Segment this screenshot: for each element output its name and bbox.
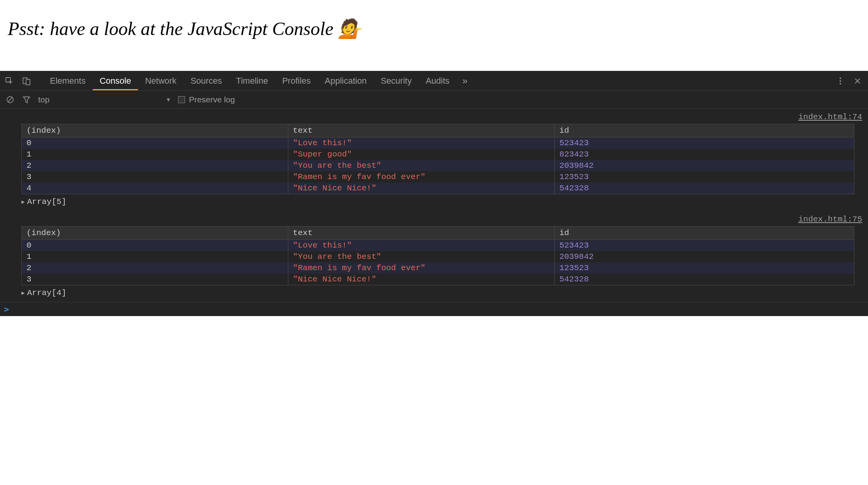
table-row[interactable]: 0 "Love this!" 523423 (22, 240, 854, 251)
console-input-row[interactable]: > (0, 302, 868, 316)
th-text[interactable]: text (288, 124, 554, 137)
tabbar-left-icons (5, 76, 43, 86)
device-toggle-icon[interactable] (22, 76, 31, 86)
th-index[interactable]: (index) (22, 227, 288, 240)
cell-index: 0 (22, 137, 288, 149)
tab-console[interactable]: Console (93, 71, 138, 90)
prompt-chevron-icon: > (4, 304, 9, 314)
console-table: (index) text id 0 "Love this!" 523423 1 … (21, 124, 854, 194)
cell-id: 2039842 (554, 251, 854, 262)
source-link[interactable]: index.html:75 (0, 215, 868, 226)
chevron-down-icon[interactable]: ▼ (166, 97, 171, 103)
th-id[interactable]: id (554, 227, 854, 240)
filter-icon[interactable] (22, 95, 31, 104)
console-log-entry: index.html:75 (index) text id 0 "Love th… (0, 211, 868, 302)
th-id[interactable]: id (554, 124, 854, 137)
cell-index: 2 (22, 262, 288, 274)
table-row[interactable]: 3 "Ramen is my fav food ever" 123523 (22, 171, 854, 183)
console-body: index.html:74 (index) text id 0 "Love th… (0, 109, 868, 316)
cell-id: 523423 (554, 137, 854, 149)
cell-text: "Ramen is my fav food ever" (288, 262, 554, 274)
devtools-tabbar: Elements Console Network Sources Timelin… (0, 71, 868, 91)
tab-application[interactable]: Application (318, 71, 374, 90)
page-heading: Psst: have a look at the JavaScript Cons… (0, 0, 868, 71)
tab-network[interactable]: Network (138, 71, 183, 90)
array-summary[interactable]: ▶ Array[5] (0, 194, 868, 211)
tab-audits[interactable]: Audits (419, 71, 457, 90)
table-row[interactable]: 4 "Nice Nice Nice!" 542328 (22, 183, 854, 194)
cell-id: 2039842 (554, 160, 854, 171)
cell-text: "Nice Nice Nice!" (288, 183, 554, 194)
cell-index: 2 (22, 160, 288, 171)
cell-index: 1 (22, 251, 288, 262)
svg-rect-2 (26, 79, 30, 85)
cell-id: 523423 (554, 240, 854, 251)
tab-profiles[interactable]: Profiles (275, 71, 318, 90)
tab-list: Elements Console Network Sources Timelin… (43, 71, 473, 90)
tab-elements[interactable]: Elements (43, 71, 93, 90)
cell-index: 3 (22, 171, 288, 183)
cell-index: 1 (22, 149, 288, 160)
cell-index: 0 (22, 240, 288, 251)
cell-text: "You are the best" (288, 160, 554, 171)
console-toolbar: top ▼ Preserve log (0, 91, 868, 109)
tab-sources[interactable]: Sources (183, 71, 229, 90)
cell-text: "Super good" (288, 149, 554, 160)
cell-text: "Nice Nice Nice!" (288, 274, 554, 285)
array-summary[interactable]: ▶ Array[4] (0, 285, 868, 302)
console-table: (index) text id 0 "Love this!" 523423 1 … (21, 226, 854, 285)
table-row[interactable]: 2 "You are the best" 2039842 (22, 160, 854, 171)
table-row[interactable]: 1 "You are the best" 2039842 (22, 251, 854, 262)
cell-text: "Love this!" (288, 240, 554, 251)
cell-id: 542328 (554, 183, 854, 194)
close-icon[interactable] (853, 76, 862, 86)
cell-index: 3 (22, 274, 288, 285)
inspect-element-icon[interactable] (5, 76, 14, 86)
source-link[interactable]: index.html:74 (0, 112, 868, 124)
array-summary-label: Array[5] (27, 197, 66, 206)
cell-index: 4 (22, 183, 288, 194)
cell-id: 823423 (554, 149, 854, 160)
table-row[interactable]: 3 "Nice Nice Nice!" 542328 (22, 274, 854, 285)
devtools-panel: Elements Console Network Sources Timelin… (0, 71, 868, 316)
expand-triangle-icon[interactable]: ▶ (21, 290, 25, 296)
execution-context-selector[interactable]: top (38, 95, 159, 104)
cell-id: 123523 (554, 171, 854, 183)
svg-line-9 (8, 97, 12, 102)
th-index[interactable]: (index) (22, 124, 288, 137)
tab-overflow-button[interactable]: » (457, 71, 473, 90)
tab-timeline[interactable]: Timeline (229, 71, 275, 90)
tabbar-right-icons (836, 76, 868, 86)
table-row[interactable]: 0 "Love this!" 523423 (22, 137, 854, 149)
cell-text: "You are the best" (288, 251, 554, 262)
svg-point-4 (840, 80, 841, 82)
th-text[interactable]: text (288, 227, 554, 240)
cell-id: 123523 (554, 262, 854, 274)
kebab-menu-icon[interactable] (836, 76, 845, 86)
table-row[interactable]: 1 "Super good" 823423 (22, 149, 854, 160)
array-summary-label: Array[4] (27, 288, 66, 297)
context-label: top (38, 95, 49, 104)
preserve-log-toggle[interactable]: Preserve log (178, 95, 235, 104)
cell-text: "Love this!" (288, 137, 554, 149)
console-log-entry: index.html:74 (index) text id 0 "Love th… (0, 109, 868, 211)
expand-triangle-icon[interactable]: ▶ (21, 199, 25, 205)
tab-security[interactable]: Security (374, 71, 418, 90)
table-row[interactable]: 2 "Ramen is my fav food ever" 123523 (22, 262, 854, 274)
svg-point-3 (840, 77, 841, 79)
table-header-row: (index) text id (22, 227, 854, 240)
table-header-row: (index) text id (22, 124, 854, 137)
clear-console-icon[interactable] (5, 95, 15, 104)
preserve-log-label: Preserve log (189, 95, 235, 104)
checkbox-icon[interactable] (178, 96, 185, 103)
cell-text: "Ramen is my fav food ever" (288, 171, 554, 183)
svg-point-5 (840, 83, 841, 84)
cell-id: 542328 (554, 274, 854, 285)
